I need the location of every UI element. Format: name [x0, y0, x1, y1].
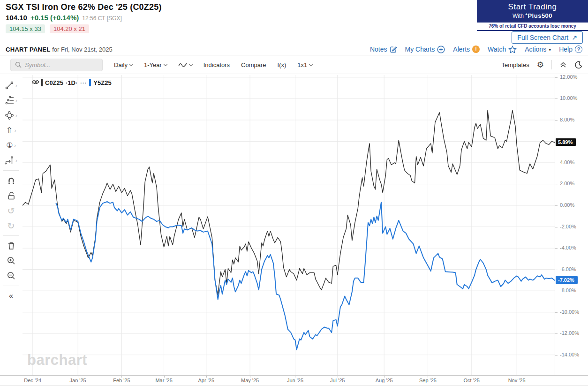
ask-chip: 104.20 x 21 [50, 24, 89, 33]
notes-label: Notes [370, 45, 387, 53]
line-type-icon [178, 62, 187, 68]
dark-mode-moon-icon[interactable] [574, 61, 582, 69]
x-axis-label: Aug '25 [368, 378, 400, 383]
bid-chip: 104.15 x 33 [6, 24, 45, 33]
full-screen-chart-button[interactable]: Full Screen Chart ↗ [512, 31, 583, 44]
ad-subline: With +Plus500 [477, 12, 588, 19]
number-annotation-tool[interactable]: ①› [0, 138, 22, 153]
alerts-label: Alerts [453, 45, 470, 53]
x-axis-label: Jul '25 [321, 378, 354, 383]
time-axis[interactable]: Dec '24Jan '25Feb '25Mar '25Apr '25May '… [0, 375, 588, 386]
indicators-button[interactable]: Indicators [204, 61, 230, 68]
fibonacci-tool[interactable]: › [0, 93, 22, 108]
chart-plot-area[interactable]: ··· C0Z25 ·1D· ··· Y5Z25 barchart [23, 75, 555, 375]
notes-link[interactable]: Notes [370, 45, 397, 53]
x-axis-tick [164, 376, 165, 378]
chart-type-dropdown[interactable] [178, 62, 192, 68]
watch-label: Watch [488, 45, 506, 53]
gear-icon[interactable]: ⚙ [537, 60, 544, 70]
series-line-C0Z25[interactable] [23, 110, 555, 295]
x-axis-tick [472, 376, 472, 378]
star-icon [508, 45, 517, 53]
actions-label: Actions [525, 45, 546, 53]
x-axis-label: Apr '25 [190, 378, 223, 383]
x-axis-tick [295, 376, 295, 378]
my-charts-link[interactable]: My Charts [405, 45, 445, 53]
collapse-rail-button[interactable]: « [0, 288, 22, 303]
period-dropdown[interactable]: Daily [114, 61, 133, 68]
toolbar-divider [551, 60, 552, 69]
rail-divider [3, 170, 19, 171]
ad-main[interactable]: Start Trading With +Plus500 [477, 0, 588, 23]
last-value-badge-Y5Z25: -7.02% [556, 276, 578, 284]
price-change: +0.15 (+0.14%) [30, 14, 79, 22]
price-axis[interactable]: 12.00%10.00%8.00%4.00%2.00%0.00%-2.00%-4… [555, 75, 588, 375]
alert-exclamation-icon: ! [472, 45, 480, 53]
question-circle-icon: ? [575, 45, 582, 53]
measure-tool[interactable]: › [0, 153, 22, 168]
undo-button[interactable]: ↺ [0, 203, 22, 218]
x-axis-label: Oct '25 [455, 378, 488, 383]
plus-circle-icon [437, 45, 445, 53]
y-axis-tick [555, 333, 558, 334]
grid-layout-dropdown[interactable]: 1x1 [297, 61, 312, 68]
shapes-tool[interactable]: › [0, 108, 22, 123]
collapse-up-icon[interactable] [559, 61, 567, 68]
y-axis-tick [555, 312, 558, 313]
x-axis-label: Sep '25 [411, 378, 444, 383]
ad-headline: Start Trading [477, 2, 588, 12]
rail-divider [3, 286, 19, 286]
delete-drawings-button[interactable] [0, 238, 22, 253]
series-options-icon[interactable]: ··· [80, 80, 87, 86]
arrow-annotation-tool[interactable]: ⇧› [0, 123, 22, 138]
symbol-search-input[interactable]: Symbol... [10, 59, 103, 71]
barchart-chart-page: SGX TSI Iron Ore 62% Dec '25 (C0Z25) 104… [0, 0, 588, 386]
redo-button[interactable]: ↻ [0, 218, 22, 233]
y-axis-tick [555, 205, 558, 206]
x-axis-label: Jan '25 [61, 378, 94, 383]
price-chart-svg[interactable] [23, 75, 555, 375]
x-axis-tick [206, 376, 207, 378]
search-icon [15, 61, 22, 68]
unlock-tool[interactable] [0, 188, 22, 203]
last-price: 104.10 [6, 14, 27, 22]
range-dropdown[interactable]: 1-Year [144, 61, 167, 68]
y-axis-tick [555, 98, 558, 99]
chart-panel-bar: CHART PANEL for Fri, Nov 21st, 2025 Note… [0, 44, 588, 55]
full-screen-chart-label: Full Screen Chart [517, 34, 568, 41]
actions-menu[interactable]: Actions ▾ [525, 45, 551, 53]
y-axis-label: -6.00% [560, 266, 576, 272]
chevron-down-icon [163, 62, 167, 66]
legend-series-2[interactable]: ··· Y5Z25 [80, 79, 111, 86]
magnet-tool[interactable] [0, 173, 22, 188]
y-axis-label: -12.00% [560, 330, 579, 336]
panel-title: CHART PANEL [6, 46, 51, 53]
toolbar-items: Daily 1-Year Indicators Compare f(x) 1x1 [114, 61, 312, 68]
chevron-down-icon [309, 62, 313, 66]
y-axis-label: 0.00% [560, 202, 574, 208]
eye-icon[interactable] [32, 79, 39, 84]
fx-button[interactable]: f(x) [278, 61, 286, 68]
templates-button[interactable]: Templates [502, 61, 529, 68]
x-axis-tick [338, 376, 338, 378]
y-axis-tick [555, 77, 558, 78]
y-axis-label: 10.00% [560, 95, 577, 101]
series1-color-swatch [41, 79, 43, 86]
drawing-tool-rail: › › › ⇧› ①› › ↺ ↻ « [0, 74, 22, 386]
y-axis-label: 4.00% [560, 159, 574, 165]
alerts-link[interactable]: Alerts ! [453, 45, 480, 53]
series1-timeframe[interactable]: ·1D· [66, 79, 77, 86]
watch-link[interactable]: Watch [488, 45, 517, 53]
series-line-Y5Z25[interactable] [56, 202, 555, 349]
compare-button[interactable]: Compare [241, 61, 266, 68]
y-axis-tick [555, 163, 558, 163]
help-link[interactable]: Help ? [559, 45, 582, 53]
zoom-in-button[interactable] [0, 253, 22, 268]
zoom-out-button[interactable] [0, 268, 22, 283]
x-axis-label: Jun '25 [279, 378, 311, 383]
trendline-tool[interactable]: › [0, 78, 22, 93]
chart-toolbar: Symbol... Daily 1-Year Indicators Compar… [0, 56, 588, 74]
toolbar-right: Templates ⚙ [502, 60, 583, 70]
y-axis-label: -4.00% [560, 245, 576, 250]
plus500-ad-banner[interactable]: Start Trading With +Plus500 76% of retai… [477, 0, 588, 31]
